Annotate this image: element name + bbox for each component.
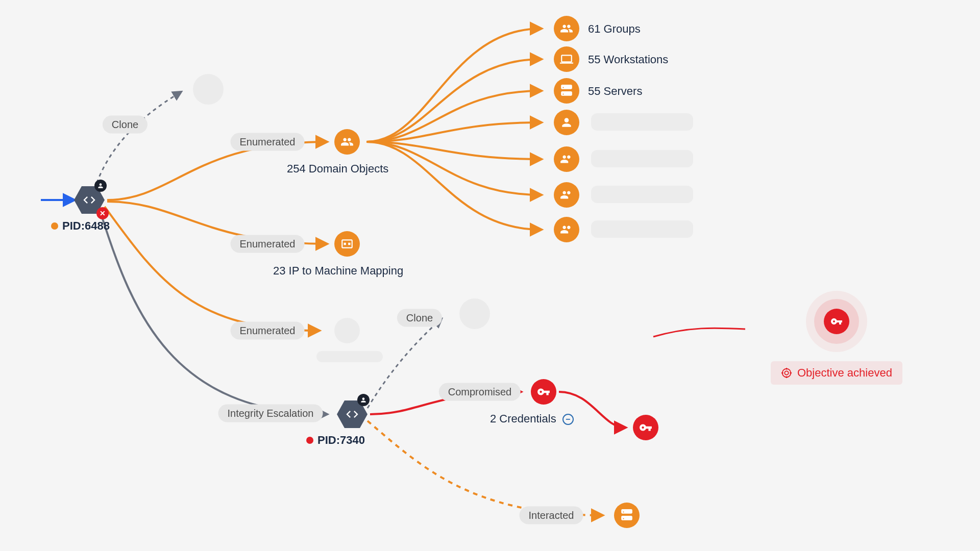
pid-label-6488: PID:6488 xyxy=(51,219,110,233)
edges-layer xyxy=(0,0,980,551)
key-icon xyxy=(830,315,843,328)
edge-label-clone-2: Clone xyxy=(397,309,442,327)
servers-node[interactable] xyxy=(554,78,579,104)
edge-label-enumerated-3: Enumerated xyxy=(231,322,305,340)
placeholder-block xyxy=(591,150,693,167)
user-badge-icon xyxy=(357,394,370,406)
edge-label-clone-1: Clone xyxy=(103,116,148,134)
ghost-node-3 xyxy=(459,298,490,329)
users-icon xyxy=(560,188,573,202)
edge-label-enumerated-1: Enumerated xyxy=(231,133,305,151)
groups-label: 61 Groups xyxy=(588,22,641,36)
edge-label-integrity-escalation: Integrity Escalation xyxy=(218,405,323,422)
target-icon xyxy=(781,367,792,379)
credentials-label: 2 Credentials − xyxy=(490,412,574,425)
collapse-icon[interactable]: − xyxy=(562,414,574,425)
servers-label: 55 Servers xyxy=(588,85,642,98)
attack-graph-canvas[interactable]: ✕ PID:6488 Clone Enumerated 254 Domain O… xyxy=(0,0,980,551)
object-4-node[interactable] xyxy=(554,110,579,135)
svg-point-0 xyxy=(782,369,791,378)
objective-halo xyxy=(806,291,867,352)
process-node-6488[interactable]: ✕ xyxy=(74,185,105,215)
status-dot-warning xyxy=(51,222,58,230)
code-icon xyxy=(82,193,96,207)
process-node-7340[interactable] xyxy=(337,399,368,430)
placeholder-block xyxy=(316,351,383,362)
users-icon xyxy=(560,153,573,166)
key-icon xyxy=(639,421,652,434)
workstations-node[interactable] xyxy=(554,46,579,72)
x-badge-icon: ✕ xyxy=(96,207,109,219)
object-7-node[interactable] xyxy=(554,217,579,242)
credentials-node-1[interactable] xyxy=(531,379,556,405)
edge-label-interacted: Interacted xyxy=(520,507,583,524)
placeholder-block xyxy=(591,113,693,131)
laptop-icon xyxy=(560,53,573,66)
edge-label-enumerated-2: Enumerated xyxy=(231,235,305,253)
objective-achieved-block[interactable]: Objective achieved xyxy=(771,291,902,385)
interacted-server-node[interactable] xyxy=(614,503,640,528)
object-5-node[interactable] xyxy=(554,146,579,172)
placeholder-block xyxy=(591,186,693,203)
ip-mapping-label: 23 IP to Machine Mapping xyxy=(273,264,403,278)
code-icon xyxy=(345,407,359,421)
user-icon xyxy=(560,116,573,129)
server-icon xyxy=(560,84,573,97)
credentials-node-2[interactable] xyxy=(633,415,658,440)
mapping-icon xyxy=(340,237,354,251)
workstations-label: 55 Workstations xyxy=(588,53,668,66)
groups-node[interactable] xyxy=(554,16,579,41)
svg-point-1 xyxy=(785,371,788,374)
placeholder-block xyxy=(591,220,693,238)
users-icon xyxy=(560,223,573,236)
ip-mapping-node[interactable] xyxy=(334,231,360,257)
key-icon xyxy=(537,385,550,398)
pid-label-7340: PID:7340 xyxy=(306,434,365,447)
users-icon xyxy=(560,22,573,35)
objective-label: Objective achieved xyxy=(771,361,902,385)
status-dot-critical xyxy=(306,437,313,444)
user-badge-icon xyxy=(94,180,107,192)
domain-objects-node[interactable] xyxy=(334,129,360,155)
server-icon xyxy=(620,509,633,522)
ghost-node-1 xyxy=(193,74,224,105)
edge-label-compromised: Compromised xyxy=(439,383,521,401)
users-icon xyxy=(340,135,354,148)
ghost-node-2 xyxy=(334,318,360,343)
object-6-node[interactable] xyxy=(554,182,579,208)
domain-objects-label: 254 Domain Objects xyxy=(287,162,388,176)
